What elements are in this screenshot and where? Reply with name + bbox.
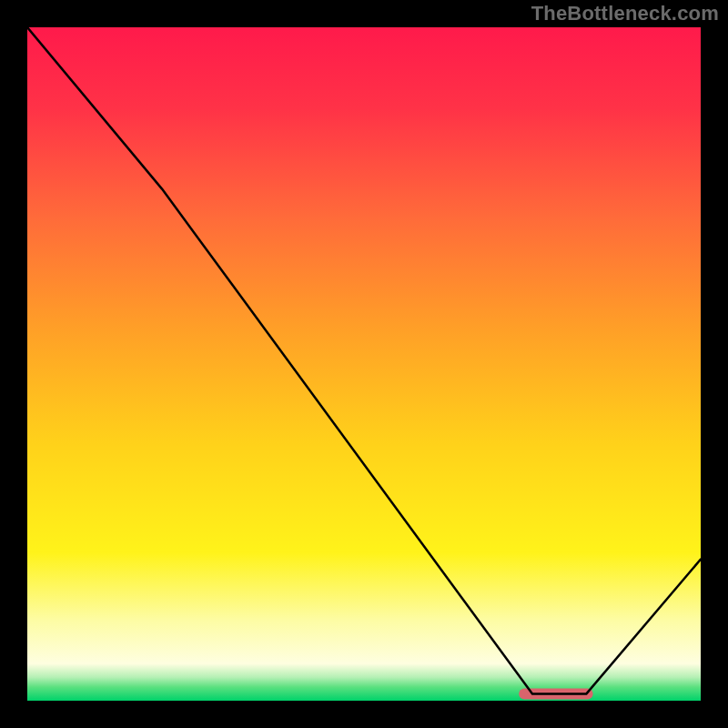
watermark-text: TheBottleneck.com [531,2,719,25]
plot-area [27,27,701,701]
chart-frame: TheBottleneck.com [0,0,728,728]
chart-background [27,27,701,701]
chart-svg [27,27,701,701]
